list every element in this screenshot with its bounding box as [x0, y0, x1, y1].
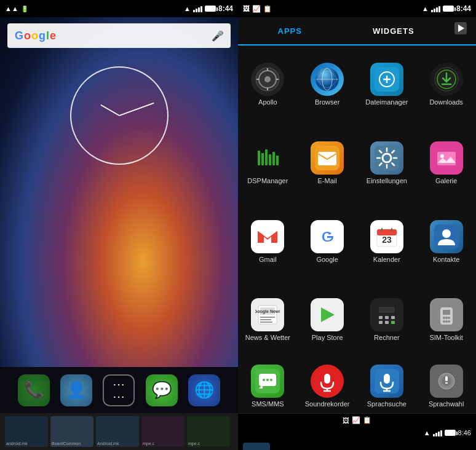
svg-point-65	[263, 379, 265, 381]
app-label-13: Play Store	[312, 334, 343, 342]
taskbar-thumb-1[interactable]: android.mk	[5, 416, 48, 447]
svg-point-61	[445, 320, 448, 323]
app-item-sim-toolkit[interactable]: SIM-Toolkit	[416, 281, 476, 360]
app-icon-icon-downloads	[430, 63, 463, 96]
svg-rect-18	[272, 152, 275, 165]
app-item-play-store[interactable]: Play Store	[298, 281, 357, 360]
app-icon-icon-simtoolkit	[430, 298, 463, 331]
app-item-downloads[interactable]: Downloads	[416, 45, 476, 124]
app-item-dspmanager[interactable]: DSPManager	[238, 124, 298, 203]
app-item-sms-mms[interactable]: SMS/MMS	[238, 360, 298, 413]
svg-point-36	[442, 229, 451, 238]
app-icon-icon-smsmms	[251, 365, 284, 398]
app-item-kalender[interactable]: 23Kalender	[357, 202, 417, 281]
sim-icon: ▲▲	[5, 5, 18, 12]
app-item-browser[interactable]: Browser	[298, 45, 357, 124]
right-status-bar: 🖼 📈 📋 ▲ 8:44	[238, 0, 476, 17]
dock-messenger[interactable]: 💬	[146, 374, 178, 406]
svg-rect-53	[391, 321, 395, 324]
app-item-news---wetter[interactable]: Google NewsNews & Wetter	[238, 281, 298, 360]
app-icon-icon-rechner	[370, 298, 403, 331]
phone-icon: 📞	[24, 381, 44, 400]
play-store-tab-icon[interactable]	[445, 17, 476, 39]
clock-face	[70, 66, 169, 165]
copy-icon: 📋	[263, 5, 272, 13]
svg-rect-47	[379, 307, 395, 313]
app-item-rechner[interactable]: Rechner	[357, 281, 417, 360]
taskbar-thumb-3[interactable]: Android.mk	[96, 416, 139, 447]
app-label-18: Sprachsuche	[367, 400, 407, 408]
svg-rect-40	[260, 317, 275, 318]
dock-phone[interactable]: 📞	[18, 374, 50, 406]
google-search-bar[interactable]: Google 🎤	[7, 23, 231, 48]
app-item-google[interactable]: Google	[298, 202, 357, 281]
bottom-bar-2	[435, 433, 437, 436]
svg-text:23: 23	[382, 235, 392, 245]
svg-point-26	[440, 154, 444, 158]
app-icon-icon-sprachwahl	[430, 365, 463, 398]
svg-rect-42	[260, 322, 272, 323]
signal-bar-r4	[438, 6, 440, 12]
svg-rect-41	[260, 319, 271, 320]
app-item-kontakte[interactable]: Kontakte	[416, 202, 476, 281]
signal-bar-r2	[434, 9, 435, 12]
right-signal-bars	[431, 5, 440, 12]
app-item-galerie[interactable]: Galerie	[416, 124, 476, 203]
clock-widget	[70, 66, 169, 165]
signal-bars	[193, 5, 202, 12]
taskbar-thumb-4[interactable]: mpe.c	[141, 416, 184, 447]
app-item-einstellungen[interactable]: Einstellungen	[357, 124, 417, 203]
app-icon-icon-kontakte	[430, 220, 463, 253]
right-status-icons: 🖼 📈 📋	[243, 5, 272, 13]
app-item-sprachsuche[interactable]: Sprachsuche	[357, 360, 417, 413]
tab-widgets[interactable]: WIDGETS	[342, 17, 446, 44]
svg-rect-79	[445, 376, 448, 381]
svg-point-4	[264, 76, 271, 82]
app-item-e-mail[interactable]: E-Mail	[298, 124, 357, 203]
app-icon-icon-sprachsuche	[370, 365, 403, 398]
mic-icon[interactable]: 🎤	[212, 30, 223, 41]
svg-rect-16	[265, 149, 268, 165]
right-panel: 🖼 📈 📋 ▲ 8:44 APPS WIDGETS	[238, 0, 476, 450]
bottom-status-icons: 🖼 📈 📋	[343, 416, 371, 424]
app-label-16: SMS/MMS	[252, 400, 284, 408]
svg-rect-17	[269, 154, 271, 165]
bottom-content: 📱 Über das Telefon	[243, 443, 471, 450]
app-item-sprachwahl[interactable]: Sprachwahl	[416, 360, 476, 413]
app-icon-icon-news: Google News	[251, 298, 284, 331]
app-item-apollo[interactable]: Apollo	[238, 45, 298, 124]
app-item-soundrekorder[interactable]: Soundrekorder	[298, 360, 357, 413]
app-icon-icon-apollo	[251, 63, 284, 96]
right-battery-icon	[443, 6, 454, 12]
app-label-11: Kontakte	[433, 256, 459, 264]
app-icon-icon-galerie	[430, 141, 463, 175]
taskbar-thumb-2[interactable]: BoardCommon	[50, 416, 93, 447]
signal-bar-4	[200, 6, 202, 12]
dock-contacts[interactable]: 👤	[60, 374, 92, 406]
dock-apps-launcher[interactable]: ⋯⋯	[103, 374, 135, 406]
app-drawer-tabs: APPS WIDGETS	[238, 17, 476, 45]
app-label-7: Galerie	[435, 177, 457, 185]
chart-icon: 📈	[252, 5, 261, 13]
clock-hour-hand	[100, 105, 119, 116]
app-item-dateimanager[interactable]: Dateimanager	[357, 45, 417, 124]
svg-point-67	[270, 379, 272, 381]
dock-browser[interactable]: 🌐	[188, 374, 220, 406]
svg-rect-73	[384, 374, 390, 384]
svg-rect-14	[258, 151, 260, 165]
app-label-1: Browser	[315, 98, 339, 106]
tab-apps[interactable]: APPS	[238, 17, 342, 45]
contacts-icon: 👤	[66, 381, 86, 400]
messenger-icon: 💬	[152, 381, 172, 400]
svg-point-57	[443, 317, 445, 319]
app-item-gmail[interactable]: Gmail	[238, 202, 298, 281]
taskbar-thumb-5[interactable]: mpe.c	[187, 416, 230, 447]
svg-text:Google News: Google News	[255, 309, 280, 314]
app-label-14: Rechner	[374, 334, 400, 342]
app-icon-icon-dspmanager	[251, 141, 284, 175]
signal-bar-2	[196, 9, 197, 12]
app-icon-icon-kalender: 23	[370, 220, 403, 253]
bottom-battery-icon	[445, 430, 456, 436]
app-label-9: Google	[316, 256, 338, 264]
bottom-app-thumb[interactable]: 📱	[243, 443, 270, 450]
